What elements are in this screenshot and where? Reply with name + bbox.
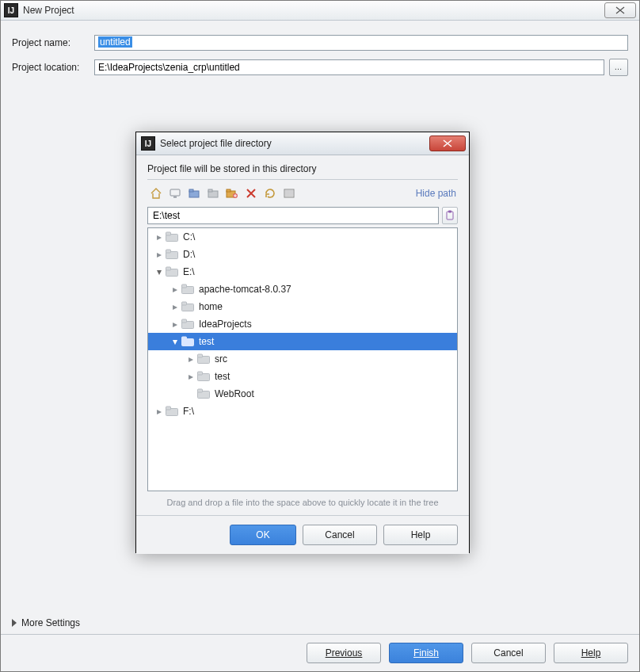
more-settings-label: More Settings	[21, 617, 80, 628]
chevron-right-icon[interactable]: ▸	[170, 319, 180, 330]
show-hidden-icon[interactable]	[280, 185, 298, 202]
tree-row[interactable]: ▸test	[148, 368, 457, 385]
dialog-title: Select project file directory	[160, 138, 272, 149]
svg-rect-3	[189, 189, 193, 192]
tree-label: WebRoot	[215, 388, 254, 399]
tree-label: IdeaProjects	[199, 319, 252, 330]
chevron-right-icon[interactable]: ▸	[154, 249, 164, 260]
chevron-right-icon[interactable]: ▸	[170, 284, 180, 295]
svg-rect-0	[170, 189, 180, 196]
chevron-down-icon[interactable]: ▾	[170, 336, 180, 347]
clipboard-icon[interactable]	[442, 207, 458, 224]
new-folder-icon[interactable]	[223, 185, 241, 202]
tree-label: D:\	[183, 249, 195, 260]
directory-tree[interactable]: ▸C:\▸D:\▾E:\▸apache-tomcat-8.0.37▸home▸I…	[147, 227, 458, 491]
svg-rect-31	[198, 389, 203, 392]
project-name-input[interactable]: untitled	[94, 35, 628, 51]
chevron-right-icon[interactable]: ▸	[170, 301, 180, 312]
dialog-cancel-button[interactable]: Cancel	[303, 525, 377, 545]
chevron-right-icon[interactable]: ▸	[154, 231, 164, 242]
wizard-button-bar: Previous Finish Cancel Help	[1, 634, 639, 671]
svg-rect-23	[182, 319, 187, 323]
module-icon[interactable]	[204, 185, 222, 202]
help-button[interactable]: Help	[554, 643, 628, 663]
svg-rect-25	[182, 337, 187, 340]
tree-label: home	[199, 301, 223, 312]
project-name-value: untitled	[98, 36, 132, 48]
desktop-icon[interactable]	[166, 185, 184, 202]
dialog-body: Project file will be stored in this dire…	[136, 155, 469, 515]
tree-label: C:\	[183, 231, 195, 242]
window-close-button[interactable]	[604, 2, 636, 18]
delete-icon[interactable]	[242, 185, 260, 202]
tree-label: test	[215, 371, 230, 382]
svg-rect-29	[198, 372, 203, 375]
refresh-icon[interactable]	[261, 185, 279, 202]
svg-rect-11	[448, 211, 451, 213]
dialog-subtitle: Project file will be stored in this dire…	[147, 163, 458, 174]
window-title: New Project	[23, 5, 74, 16]
svg-rect-15	[166, 250, 171, 253]
tree-row[interactable]: ▸home	[148, 298, 457, 315]
drop-hint: Drag and drop a file into the space abov…	[147, 491, 458, 509]
client-area: Project name: untitled Project location:…	[1, 21, 639, 671]
cancel-button[interactable]: Cancel	[471, 643, 546, 663]
tree-row[interactable]: ▸F:\	[148, 403, 457, 420]
tree-row[interactable]: ▾test	[148, 333, 457, 350]
project-location-input[interactable]	[94, 59, 604, 75]
chevron-right-icon[interactable]: ▸	[154, 406, 164, 417]
svg-rect-17	[166, 267, 171, 270]
tree-label: apache-tomcat-8.0.37	[199, 284, 291, 295]
tree-row[interactable]: ▸D:\	[148, 246, 457, 263]
svg-rect-13	[166, 232, 171, 235]
tree-row[interactable]: WebRoot	[148, 385, 457, 403]
dialog-help-button[interactable]: Help	[383, 525, 458, 545]
tree-label: E:\	[183, 266, 195, 277]
tree-spacer	[186, 388, 196, 399]
dialog-footer: OK Cancel Help	[136, 515, 469, 554]
svg-rect-7	[227, 189, 230, 192]
finish-button[interactable]: Finish	[389, 643, 463, 663]
chevron-right-icon[interactable]: ▸	[186, 371, 196, 382]
path-input[interactable]	[147, 207, 439, 224]
intellij-icon: IJ	[141, 136, 155, 151]
hide-path-link[interactable]: Hide path	[416, 188, 458, 199]
tree-label: F:\	[183, 406, 194, 417]
tree-row[interactable]: ▸src	[148, 350, 457, 368]
dialog-close-button[interactable]	[429, 136, 466, 151]
titlebar: IJ New Project	[1, 1, 639, 21]
tree-row[interactable]: ▸IdeaProjects	[148, 315, 457, 333]
tree-row[interactable]: ▾E:\	[148, 263, 457, 281]
project-location-row: Project location: …	[12, 59, 628, 76]
tree-label: src	[215, 353, 227, 365]
tree-row[interactable]: ▸apache-tomcat-8.0.37	[148, 281, 457, 298]
separator	[147, 179, 458, 180]
chevron-down-icon[interactable]: ▾	[154, 266, 164, 277]
dialog-toolbar: Hide path	[147, 185, 458, 202]
svg-rect-27	[198, 354, 203, 357]
svg-rect-1	[173, 197, 177, 198]
project-name-row: Project name: untitled	[12, 35, 628, 51]
previous-button[interactable]: Previous	[307, 643, 381, 663]
svg-rect-33	[166, 407, 171, 410]
svg-rect-5	[208, 189, 212, 192]
ok-button[interactable]: OK	[230, 525, 296, 545]
browse-button[interactable]: …	[609, 59, 628, 76]
svg-rect-19	[182, 284, 187, 288]
project-location-label: Project location:	[12, 62, 94, 73]
more-settings-toggle[interactable]: More Settings	[12, 617, 80, 628]
intellij-icon: IJ	[4, 3, 18, 17]
dialog-titlebar: IJ Select project file directory	[136, 132, 469, 155]
svg-rect-21	[182, 302, 187, 305]
new-project-window: IJ New Project Project name: untitled Pr…	[0, 0, 640, 672]
project-icon[interactable]	[185, 185, 203, 202]
chevron-right-icon[interactable]: ▸	[186, 353, 196, 365]
home-icon[interactable]	[147, 185, 165, 202]
project-name-label: Project name:	[12, 37, 94, 48]
tree-label: test	[199, 336, 214, 347]
tree-row[interactable]: ▸C:\	[148, 228, 457, 246]
select-directory-dialog: IJ Select project file directory Project…	[135, 132, 470, 553]
path-row	[147, 207, 458, 224]
form-area: Project name: untitled Project location:…	[1, 21, 639, 90]
chevron-right-icon	[12, 619, 17, 627]
